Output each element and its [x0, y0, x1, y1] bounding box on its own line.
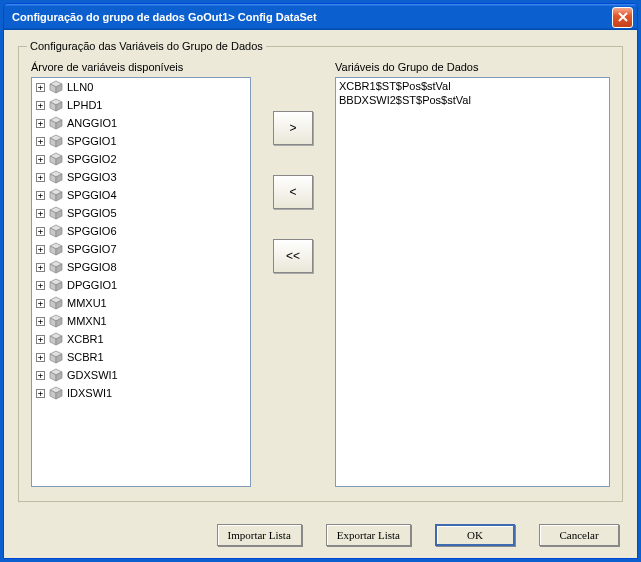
cube-icon — [49, 332, 63, 346]
cube-icon — [49, 224, 63, 238]
tree-item-label: LLN0 — [67, 81, 93, 93]
import-button[interactable]: Importar Lista — [217, 524, 302, 546]
window-title: Configuração do grupo de dados GoOut1> C… — [12, 11, 612, 23]
expand-icon[interactable]: + — [36, 209, 45, 218]
cube-icon — [49, 260, 63, 274]
tree-item-label: SPGGIO7 — [67, 243, 117, 255]
tree-item-label: SPGGIO3 — [67, 171, 117, 183]
tree-item-label: SPGGIO4 — [67, 189, 117, 201]
list-item[interactable]: XCBR1$ST$Pos$stVal — [339, 79, 606, 93]
expand-icon[interactable]: + — [36, 173, 45, 182]
available-column: Árvore de variáveis disponíveis +LLN0+LP… — [31, 61, 251, 487]
expand-icon[interactable]: + — [36, 389, 45, 398]
tree-item[interactable]: +MMXN1 — [32, 312, 250, 330]
cube-icon — [49, 98, 63, 112]
transfer-buttons: > < << — [263, 61, 323, 487]
tree-item[interactable]: +LPHD1 — [32, 96, 250, 114]
titlebar: Configuração do grupo de dados GoOut1> C… — [4, 4, 637, 30]
groupbox-legend: Configuração das Variáveis do Grupo de D… — [27, 40, 266, 52]
tree-item[interactable]: +SPGGIO1 — [32, 132, 250, 150]
tree-item[interactable]: +GDXSWI1 — [32, 366, 250, 384]
tree-item-label: SCBR1 — [67, 351, 104, 363]
tree-item-label: SPGGIO1 — [67, 135, 117, 147]
selected-column: Variáveis do Grupo de Dados XCBR1$ST$Pos… — [335, 61, 610, 487]
available-tree[interactable]: +LLN0+LPHD1+ANGGIO1+SPGGIO1+SPGGIO2+SPGG… — [31, 77, 251, 487]
expand-icon[interactable]: + — [36, 281, 45, 290]
expand-icon[interactable]: + — [36, 245, 45, 254]
cube-icon — [49, 350, 63, 364]
cube-icon — [49, 134, 63, 148]
expand-icon[interactable]: + — [36, 317, 45, 326]
tree-item[interactable]: +SPGGIO8 — [32, 258, 250, 276]
cube-icon — [49, 278, 63, 292]
tree-item[interactable]: +SPGGIO3 — [32, 168, 250, 186]
cube-icon — [49, 368, 63, 382]
tree-item[interactable]: +DPGGIO1 — [32, 276, 250, 294]
tree-item[interactable]: +SPGGIO2 — [32, 150, 250, 168]
selected-label: Variáveis do Grupo de Dados — [335, 61, 610, 73]
tree-item[interactable]: +LLN0 — [32, 78, 250, 96]
expand-icon[interactable]: + — [36, 137, 45, 146]
tree-item[interactable]: +SPGGIO7 — [32, 240, 250, 258]
cube-icon — [49, 152, 63, 166]
expand-icon[interactable]: + — [36, 227, 45, 236]
tree-item-label: DPGGIO1 — [67, 279, 117, 291]
expand-icon[interactable]: + — [36, 101, 45, 110]
ok-button[interactable]: OK — [435, 524, 515, 546]
tree-item[interactable]: +SCBR1 — [32, 348, 250, 366]
window: Configuração do grupo de dados GoOut1> C… — [3, 3, 638, 559]
tree-item[interactable]: +ANGGIO1 — [32, 114, 250, 132]
cube-icon — [49, 386, 63, 400]
list-item[interactable]: BBDXSWI2$ST$Pos$stVal — [339, 93, 606, 107]
tree-item-label: ANGGIO1 — [67, 117, 117, 129]
cube-icon — [49, 170, 63, 184]
expand-icon[interactable]: + — [36, 119, 45, 128]
expand-icon[interactable]: + — [36, 335, 45, 344]
cancel-button[interactable]: Cancelar — [539, 524, 619, 546]
expand-icon[interactable]: + — [36, 353, 45, 362]
cube-icon — [49, 188, 63, 202]
cube-icon — [49, 296, 63, 310]
cube-icon — [49, 80, 63, 94]
cube-icon — [49, 242, 63, 256]
tree-item[interactable]: +IDXSWI1 — [32, 384, 250, 402]
export-button[interactable]: Exportar Lista — [326, 524, 411, 546]
tree-item-label: SPGGIO2 — [67, 153, 117, 165]
remove-button[interactable]: < — [273, 175, 313, 209]
config-groupbox: Configuração das Variáveis do Grupo de D… — [18, 46, 623, 502]
tree-item[interactable]: +SPGGIO6 — [32, 222, 250, 240]
available-label: Árvore de variáveis disponíveis — [31, 61, 251, 73]
close-button[interactable] — [612, 7, 633, 28]
tree-item-label: IDXSWI1 — [67, 387, 112, 399]
bottom-buttons: Importar Lista Exportar Lista OK Cancela… — [18, 502, 623, 546]
tree-item-label: MMXU1 — [67, 297, 107, 309]
tree-item[interactable]: +SPGGIO5 — [32, 204, 250, 222]
selected-list[interactable]: XCBR1$ST$Pos$stValBBDXSWI2$ST$Pos$stVal — [335, 77, 610, 487]
tree-item[interactable]: +XCBR1 — [32, 330, 250, 348]
expand-icon[interactable]: + — [36, 371, 45, 380]
tree-item-label: SPGGIO8 — [67, 261, 117, 273]
expand-icon[interactable]: + — [36, 299, 45, 308]
client-area: Configuração das Variáveis do Grupo de D… — [4, 30, 637, 558]
tree-item-label: GDXSWI1 — [67, 369, 118, 381]
expand-icon[interactable]: + — [36, 155, 45, 164]
close-icon — [618, 10, 628, 25]
cube-icon — [49, 116, 63, 130]
tree-item-label: XCBR1 — [67, 333, 104, 345]
tree-item-label: MMXN1 — [67, 315, 107, 327]
tree-item-label: SPGGIO6 — [67, 225, 117, 237]
expand-icon[interactable]: + — [36, 263, 45, 272]
cube-icon — [49, 206, 63, 220]
expand-icon[interactable]: + — [36, 191, 45, 200]
expand-icon[interactable]: + — [36, 83, 45, 92]
remove-all-button[interactable]: << — [273, 239, 313, 273]
tree-item[interactable]: +SPGGIO4 — [32, 186, 250, 204]
tree-item-label: SPGGIO5 — [67, 207, 117, 219]
columns: Árvore de variáveis disponíveis +LLN0+LP… — [31, 61, 610, 487]
cube-icon — [49, 314, 63, 328]
add-button[interactable]: > — [273, 111, 313, 145]
tree-item-label: LPHD1 — [67, 99, 102, 111]
tree-item[interactable]: +MMXU1 — [32, 294, 250, 312]
